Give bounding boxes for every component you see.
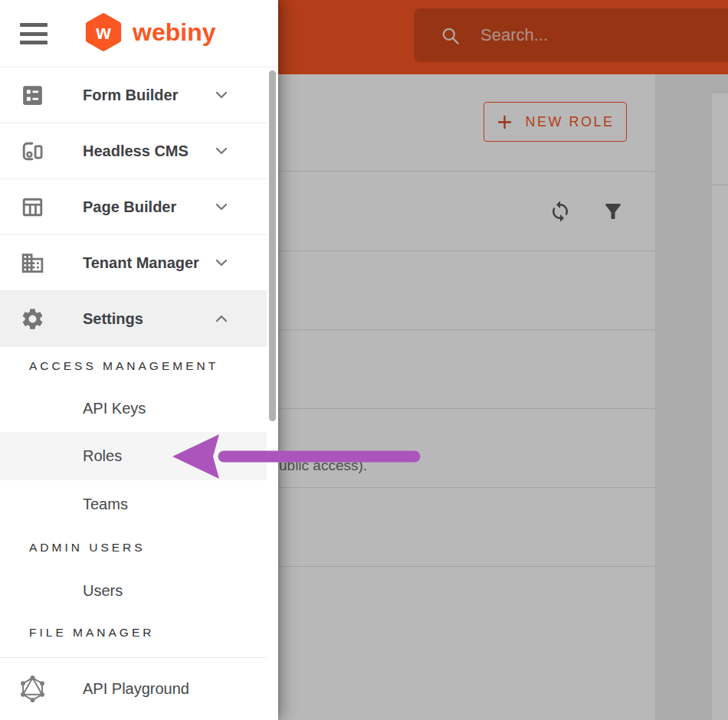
navigation-drawer: w webiny Form Builder xyxy=(0,0,278,720)
webiny-logo[interactable]: w webiny xyxy=(84,12,215,52)
sidebar-item-label: Headless CMS xyxy=(83,142,189,160)
sidebar-item-teams[interactable]: Teams xyxy=(0,480,267,529)
drawer-header: w webiny xyxy=(0,0,278,67)
hamburger-menu-button[interactable] xyxy=(20,23,48,44)
webiny-admin-screen: NEW ROLE ublic access). xyxy=(0,0,728,720)
sidebar-item-label: Form Builder xyxy=(83,87,178,104)
chevron-up-icon xyxy=(213,310,230,327)
sidebar-section-file-manager: FILE MANAGER xyxy=(0,615,267,650)
sidebar-item-roles[interactable]: Roles xyxy=(0,432,267,480)
sidebar-item-label: Page Builder xyxy=(83,198,176,216)
sidebar-item-settings[interactable]: Settings xyxy=(0,291,267,347)
webiny-wordmark: webiny xyxy=(133,18,215,47)
sidebar-section-admin-users: ADMIN USERS xyxy=(0,529,267,567)
settings-icon xyxy=(20,306,45,332)
sidebar-item-tenant-manager[interactable]: Tenant Manager xyxy=(0,235,267,291)
chevron-down-icon xyxy=(213,142,230,159)
graphql-icon xyxy=(18,675,47,703)
chevron-down-icon xyxy=(213,198,230,215)
chevron-down-icon xyxy=(213,254,230,271)
sidebar-item-form-builder[interactable]: Form Builder xyxy=(0,67,267,123)
sidebar-item-label: Settings xyxy=(83,310,143,328)
sidebar-item-headless-cms[interactable]: Headless CMS xyxy=(0,123,267,179)
sidebar-section-access-management: ACCESS MANAGEMENT xyxy=(0,347,267,385)
page-builder-icon xyxy=(20,195,45,220)
sidebar-item-api-playground[interactable]: API Playground xyxy=(0,657,278,720)
sidebar-item-api-keys[interactable]: API Keys xyxy=(0,385,267,432)
drawer-scrollbar-thumb[interactable] xyxy=(269,70,276,421)
chevron-down-icon xyxy=(213,87,230,103)
sidebar-item-label: API Playground xyxy=(83,680,189,698)
tenant-manager-icon xyxy=(20,250,45,276)
headless-cms-icon xyxy=(20,139,45,164)
webiny-hexagon-logo-icon: w xyxy=(84,12,123,52)
form-builder-icon xyxy=(20,83,45,108)
drawer-footer: API Playground xyxy=(0,657,278,720)
svg-text:w: w xyxy=(95,21,111,43)
sidebar-item-label: Tenant Manager xyxy=(83,254,199,272)
sidebar-item-users[interactable]: Users xyxy=(0,567,267,615)
sidebar-item-page-builder[interactable]: Page Builder xyxy=(0,179,267,235)
drawer-menu: Form Builder Headless CMS xyxy=(0,67,267,650)
